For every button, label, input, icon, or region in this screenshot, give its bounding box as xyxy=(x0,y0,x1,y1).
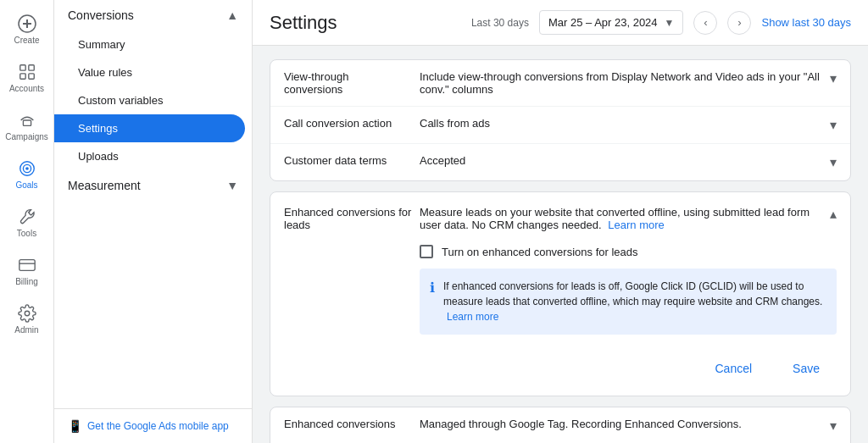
sidebar-item-summary[interactable]: Summary xyxy=(54,30,252,58)
nav-admin-label: Admin xyxy=(14,325,38,335)
enhanced-leads-desc: Measure leads on your website that conve… xyxy=(420,206,823,231)
view-through-chevron: ▾ xyxy=(830,70,837,86)
sidebar: Conversions ▲ Summary Value rules Custom… xyxy=(54,0,253,443)
checkbox-label: Turn on enhanced conversions for leads xyxy=(442,246,638,258)
sidebar-item-settings[interactable]: Settings xyxy=(54,114,245,142)
svg-point-13 xyxy=(25,311,30,316)
svg-rect-3 xyxy=(19,65,25,70)
enhanced-conversions-value: Managed through Google Tag. Recording En… xyxy=(420,418,823,430)
chevron-up-icon: ▲ xyxy=(226,8,238,22)
settings-top-card: View-through conversions Include view-th… xyxy=(270,59,851,181)
accounts-icon xyxy=(17,62,37,82)
billing-icon xyxy=(17,255,37,275)
nav-billing-label: Billing xyxy=(15,277,38,286)
main-header: Settings Last 30 days Mar 25 – Apr 23, 2… xyxy=(253,0,868,46)
info-box: ℹ If enhanced conversions for leads is o… xyxy=(420,269,837,335)
date-range-picker[interactable]: Mar 25 – Apr 23, 2024 ▼ xyxy=(539,10,684,35)
sidebar-item-uploads[interactable]: Uploads xyxy=(54,142,252,170)
enhanced-leads-section: Enhanced conversions for leads Measure l… xyxy=(270,191,851,396)
svg-rect-11 xyxy=(19,260,34,271)
sidebar-measurement-header[interactable]: Measurement ▼ xyxy=(54,170,252,201)
settings-bottom-card: Enhanced conversions Managed through Goo… xyxy=(270,407,851,443)
info-learn-more-link[interactable]: Learn more xyxy=(447,311,498,323)
enhanced-conversions-chevron: ▾ xyxy=(830,418,837,434)
svg-rect-7 xyxy=(23,120,31,125)
date-prev-button[interactable]: ‹ xyxy=(693,11,717,35)
date-range-value: Mar 25 – Apr 23, 2024 xyxy=(548,16,658,29)
info-text: If enhanced conversions for leads is off… xyxy=(443,279,826,324)
sidebar-item-custom-variables[interactable]: Custom variables xyxy=(54,86,252,114)
nav-tools[interactable]: Tools xyxy=(0,200,53,245)
customer-data-row[interactable]: Customer data terms Accepted ▾ xyxy=(270,144,850,180)
nav-create[interactable]: Create xyxy=(0,7,53,52)
enhanced-leads-chevron-up: ▴ xyxy=(830,206,837,231)
svg-rect-4 xyxy=(28,65,33,70)
nav-accounts-label: Accounts xyxy=(9,84,44,93)
nav-admin[interactable]: Admin xyxy=(0,296,53,341)
view-through-label: View-through conversions xyxy=(284,70,420,96)
cancel-button[interactable]: Cancel xyxy=(698,355,769,382)
svg-point-10 xyxy=(25,167,29,170)
create-icon xyxy=(17,14,37,34)
enhanced-leads-header[interactable]: Enhanced conversions for leads Measure l… xyxy=(270,192,850,245)
sidebar-conversions-header[interactable]: Conversions ▲ xyxy=(54,0,252,30)
nav-accounts[interactable]: Accounts xyxy=(0,55,53,100)
content-area: View-through conversions Include view-th… xyxy=(253,46,868,443)
page-title: Settings xyxy=(270,12,461,34)
enhanced-leads-body: Turn on enhanced conversions for leads ℹ… xyxy=(270,245,850,348)
enhanced-leads-checkbox[interactable] xyxy=(420,245,433,258)
sidebar-conversions-label: Conversions xyxy=(68,8,134,22)
sidebar-item-value-rules[interactable]: Value rules xyxy=(54,58,252,86)
customer-data-value: Accepted xyxy=(420,154,823,167)
nav-create-label: Create xyxy=(14,36,39,45)
call-conversion-row[interactable]: Call conversion action Calls from ads ▾ xyxy=(270,107,850,144)
nav-campaigns-label: Campaigns xyxy=(5,132,48,141)
save-button[interactable]: Save xyxy=(776,355,837,382)
enhanced-conversions-label: Enhanced conversions xyxy=(284,418,420,430)
goals-icon xyxy=(17,158,37,179)
call-conversion-value: Calls from ads xyxy=(420,117,823,130)
action-row: Cancel Save xyxy=(270,348,850,396)
left-navigation: Create Accounts Campaigns xyxy=(0,0,54,443)
nav-campaigns[interactable]: Campaigns xyxy=(0,103,53,148)
enhanced-conversions-row[interactable]: Enhanced conversions Managed through Goo… xyxy=(270,407,850,443)
view-through-row[interactable]: View-through conversions Include view-th… xyxy=(270,60,850,107)
call-conversion-label: Call conversion action xyxy=(284,117,420,130)
date-range-label: Last 30 days xyxy=(471,17,529,29)
campaigns-icon xyxy=(17,110,37,130)
calendar-dropdown-icon: ▼ xyxy=(665,17,675,29)
main-content: Settings Last 30 days Mar 25 – Apr 23, 2… xyxy=(253,0,868,443)
sidebar-measurement-label: Measurement xyxy=(68,179,141,192)
phone-icon: 📱 xyxy=(68,419,82,433)
enhanced-leads-title: Enhanced conversions for leads xyxy=(284,206,420,231)
tools-icon xyxy=(17,207,37,227)
svg-rect-6 xyxy=(28,74,33,79)
nav-goals[interactable]: Goals xyxy=(0,152,53,197)
admin-icon xyxy=(17,303,37,324)
call-conversion-chevron: ▾ xyxy=(830,117,837,133)
enhanced-learn-more-link[interactable]: Learn more xyxy=(608,219,664,231)
chevron-down-icon: ▼ xyxy=(226,179,238,192)
mobile-app-link[interactable]: 📱 Get the Google Ads mobile app xyxy=(68,419,238,433)
show-last-days-link[interactable]: Show last 30 days xyxy=(761,16,851,29)
customer-data-chevron: ▾ xyxy=(830,154,837,170)
customer-data-label: Customer data terms xyxy=(284,154,420,167)
checkbox-row: Turn on enhanced conversions for leads xyxy=(420,245,837,258)
nav-tools-label: Tools xyxy=(17,229,36,238)
view-through-value: Include view-through conversions from Di… xyxy=(420,70,823,96)
nav-billing[interactable]: Billing xyxy=(0,248,53,293)
info-icon: ℹ xyxy=(430,280,435,296)
nav-goals-label: Goals xyxy=(15,180,37,190)
svg-rect-5 xyxy=(19,74,25,79)
date-next-button[interactable]: › xyxy=(727,11,751,35)
